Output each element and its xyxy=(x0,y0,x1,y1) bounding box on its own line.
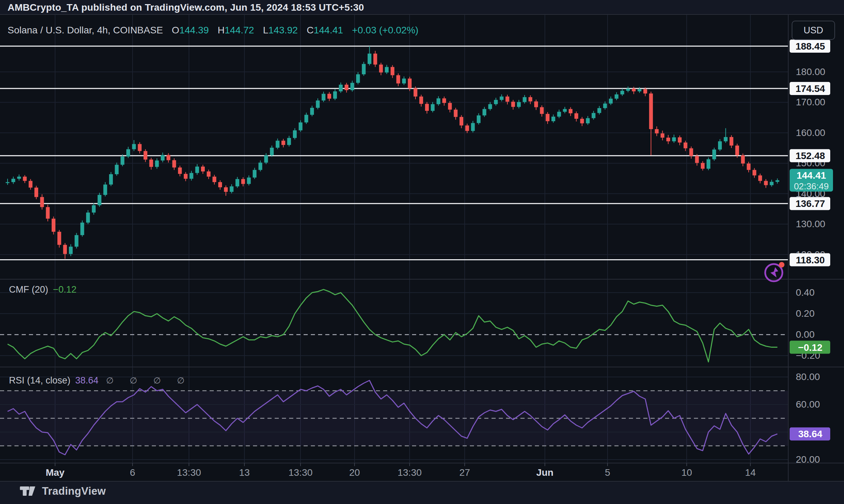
candle-body xyxy=(40,197,44,207)
cmf-tag-text: −0.12 xyxy=(798,342,823,353)
candle-body xyxy=(735,146,739,155)
candle-body xyxy=(327,94,331,98)
candle-body xyxy=(431,104,435,111)
candle-body xyxy=(454,109,457,117)
candle-body xyxy=(718,141,722,149)
candle-body xyxy=(63,245,67,254)
candle-body xyxy=(247,178,251,184)
candle-body xyxy=(661,133,664,137)
ohlc-low-label: L xyxy=(263,25,268,35)
price-level-label: 136.77 xyxy=(795,198,825,209)
candle-body xyxy=(408,78,412,88)
candle-body xyxy=(528,97,532,101)
candle-body xyxy=(563,109,567,112)
tradingview-attribution[interactable]: TradingView xyxy=(19,485,106,498)
currency-toggle-button[interactable]: USD xyxy=(792,21,835,40)
candle-body xyxy=(46,207,50,219)
time-axis-label: 13:30 xyxy=(398,467,422,478)
candle-body xyxy=(425,104,429,111)
candle-body xyxy=(626,88,630,91)
candle-body xyxy=(695,156,699,163)
candle-body xyxy=(517,102,521,107)
ohlc-open-label: O xyxy=(172,25,179,35)
candle-body xyxy=(442,98,446,103)
candle-body xyxy=(109,174,113,185)
price-axis-label: 160.00 xyxy=(796,127,825,138)
candle-body xyxy=(212,177,216,182)
candle-body xyxy=(115,165,119,174)
candle-body xyxy=(57,232,61,245)
candle-body xyxy=(615,94,619,98)
candle-body xyxy=(282,141,285,145)
time-axis-label: May xyxy=(46,467,65,478)
candle-body xyxy=(649,94,653,129)
candle-body xyxy=(207,171,211,177)
candle-body xyxy=(483,109,486,116)
candle-body xyxy=(373,54,377,65)
candle-body xyxy=(161,155,165,160)
cmf-axis-label: 0.00 xyxy=(796,329,815,340)
candle-body xyxy=(321,94,325,100)
rsi-label[interactable]: RSI (14, close) xyxy=(9,375,71,386)
candle-body xyxy=(287,138,291,145)
cmf-line xyxy=(8,290,777,362)
candle-body xyxy=(350,83,354,90)
candle-body xyxy=(333,91,337,98)
time-axis-label: Jun xyxy=(536,467,553,478)
symbol-title[interactable]: Solana / U.S. Dollar, 4h, COINBASE xyxy=(8,25,163,35)
lightning-bolt xyxy=(770,267,778,277)
candle-body xyxy=(92,205,96,212)
candle-body xyxy=(419,96,423,104)
candle-body xyxy=(339,85,343,91)
candle-body xyxy=(632,88,636,91)
candle-body xyxy=(144,151,147,160)
current-price-text: 144.41 xyxy=(796,170,826,181)
candle-body xyxy=(75,235,78,247)
cmf-label[interactable]: CMF (20) xyxy=(9,284,48,295)
candle-body xyxy=(138,144,141,151)
notification-dot xyxy=(779,262,784,267)
candle-body xyxy=(776,180,779,182)
candle-body xyxy=(17,177,21,179)
candle-body xyxy=(103,185,107,195)
tradingview-logo-icon xyxy=(19,485,37,498)
candle-body xyxy=(598,108,601,113)
rsi-value: 38.64 xyxy=(75,375,99,386)
time-axis-label: 20 xyxy=(349,467,360,478)
time-axis-label: 27 xyxy=(459,467,470,478)
candle-body xyxy=(6,182,10,183)
candle-body xyxy=(488,104,492,109)
time-axis-label: 10 xyxy=(681,467,692,478)
candle-body xyxy=(120,157,124,165)
time-axis-label: 5 xyxy=(605,467,610,478)
candle-body xyxy=(253,170,256,178)
price-level-label: 188.45 xyxy=(795,41,825,52)
candle-body xyxy=(494,100,498,104)
candle-body xyxy=(574,113,578,119)
chart-canvas[interactable]: 180.00170.00160.00150.00140.00130.00120.… xyxy=(0,0,844,504)
candle-body xyxy=(259,162,262,170)
price-axis-label: 170.00 xyxy=(796,97,825,107)
candle-body xyxy=(477,115,481,123)
candle-body xyxy=(23,177,27,181)
candle-body xyxy=(155,160,159,167)
candle-body xyxy=(69,247,73,254)
candle-body xyxy=(643,89,647,93)
candle-body xyxy=(178,168,182,174)
time-axis-label: 6 xyxy=(130,467,135,478)
candle-body xyxy=(310,108,314,115)
rsi-axis-label: 20.00 xyxy=(796,454,820,465)
candle-body xyxy=(436,98,440,104)
candle-body xyxy=(551,117,555,121)
candle-body xyxy=(511,102,515,107)
candle-body xyxy=(224,187,228,192)
candle-body xyxy=(758,176,762,181)
candle-body xyxy=(379,65,383,73)
candle-body xyxy=(672,137,676,141)
candle-body xyxy=(465,125,469,131)
candle-body xyxy=(11,179,15,182)
ohlc-high-value: 144.72 xyxy=(225,25,254,35)
candle-body xyxy=(609,99,613,104)
rsi-axis-label: 60.00 xyxy=(796,399,820,410)
lightning-icon[interactable] xyxy=(765,262,784,281)
